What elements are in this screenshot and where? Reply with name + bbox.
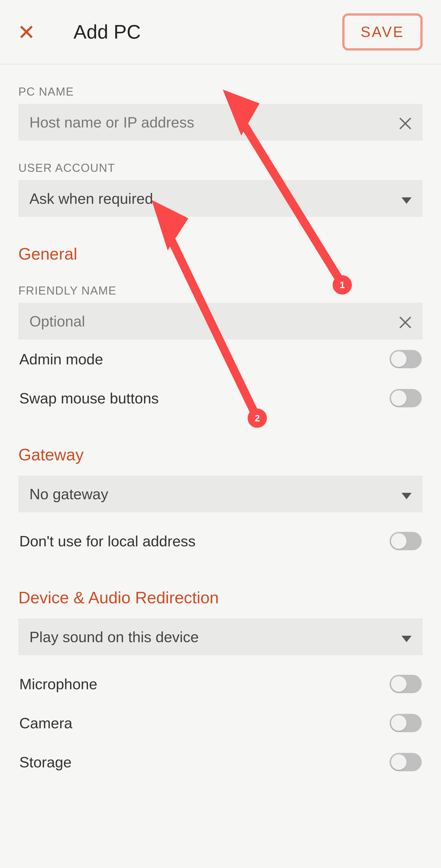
admin-mode-row: Admin mode	[19, 340, 422, 379]
pc-name-label: PC NAME	[19, 85, 422, 98]
clear-icon[interactable]	[399, 315, 412, 328]
gateway-value: No gateway	[29, 486, 108, 503]
svg-marker-4	[402, 197, 412, 204]
content: PC NAME Host name or IP address USER ACC…	[0, 64, 441, 809]
section-gateway: Gateway	[19, 445, 422, 464]
camera-row: Camera	[19, 704, 422, 743]
header: Add PC SAVE	[0, 0, 441, 64]
chevron-down-icon	[402, 628, 412, 646]
pc-name-input[interactable]: Host name or IP address	[19, 104, 422, 141]
friendly-name-label: FRIENDLY NAME	[19, 284, 422, 297]
dont-use-local-row: Don't use for local address	[19, 522, 422, 561]
camera-toggle[interactable]	[389, 714, 422, 732]
swap-mouse-row: Swap mouse buttons	[19, 379, 422, 418]
microphone-toggle[interactable]	[389, 675, 422, 693]
user-account-value: Ask when required	[29, 190, 153, 207]
friendly-name-placeholder: Optional	[29, 313, 85, 330]
user-account-select[interactable]: Ask when required	[19, 180, 422, 217]
save-button[interactable]: SAVE	[342, 13, 422, 51]
audio-value: Play sound on this device	[29, 628, 199, 646]
svg-marker-8	[402, 636, 412, 642]
section-device-audio: Device & Audio Redirection	[19, 588, 422, 607]
svg-marker-7	[402, 493, 412, 499]
chevron-down-icon	[402, 190, 412, 207]
swap-mouse-label: Swap mouse buttons	[19, 390, 159, 407]
storage-toggle[interactable]	[389, 753, 422, 771]
gateway-select[interactable]: No gateway	[19, 475, 422, 513]
page-title: Add PC	[73, 21, 141, 43]
storage-label: Storage	[19, 753, 72, 771]
swap-mouse-toggle[interactable]	[389, 389, 422, 407]
microphone-row: Microphone	[19, 664, 422, 704]
storage-row: Storage	[19, 743, 422, 782]
close-icon[interactable]	[19, 24, 34, 40]
chevron-down-icon	[402, 486, 412, 503]
admin-mode-label: Admin mode	[19, 350, 103, 368]
admin-mode-toggle[interactable]	[389, 350, 422, 368]
microphone-label: Microphone	[19, 676, 97, 693]
friendly-name-input[interactable]: Optional	[19, 303, 422, 340]
pc-name-placeholder: Host name or IP address	[29, 114, 194, 131]
audio-select[interactable]: Play sound on this device	[19, 619, 422, 655]
clear-icon[interactable]	[399, 116, 412, 129]
dont-use-local-toggle[interactable]	[389, 532, 422, 550]
section-general: General	[19, 244, 422, 263]
camera-label: Camera	[19, 715, 72, 732]
user-account-label: USER ACCOUNT	[19, 161, 422, 175]
dont-use-local-label: Don't use for local address	[19, 533, 196, 550]
